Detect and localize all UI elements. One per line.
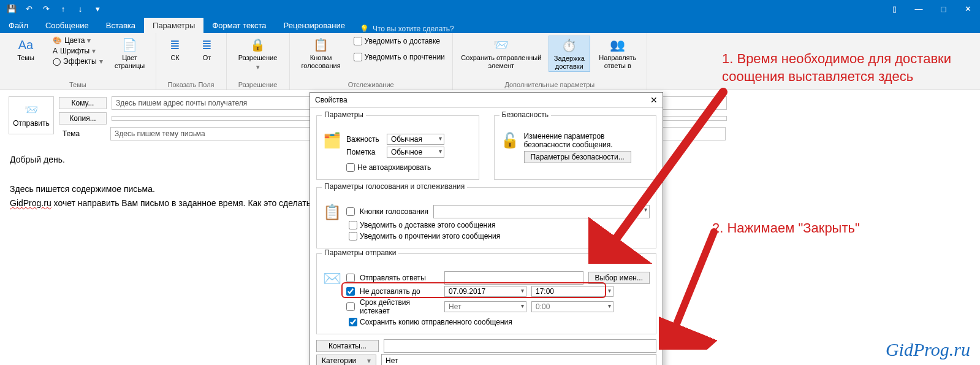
page-color-icon: 📄	[121, 37, 139, 53]
bcc-icon: ≣	[166, 37, 184, 53]
delivery-notify[interactable]: Уведомить о доставке этого сообщения	[346, 220, 650, 231]
legend-security: Безопасность	[499, 110, 552, 119]
minimize-icon[interactable]: —	[906, 0, 931, 17]
page-color-button[interactable]: 📄Цвет страницы	[109, 36, 151, 71]
delivery-receipt[interactable]: Уведомить о доставке	[351, 36, 447, 47]
fonts-icon: A	[53, 47, 58, 55]
defer-check[interactable]	[346, 287, 355, 296]
palette-icon: 🎨	[53, 36, 62, 45]
group-label-more: Дополнительные параметры	[458, 80, 642, 88]
group-label-tracking: Отслеживание	[295, 80, 447, 88]
delay-delivery-button[interactable]: ⏱️Задержка доставки	[549, 36, 590, 72]
expire-time-select[interactable]: 0:00	[531, 301, 613, 312]
defer-date-select[interactable]: 07.09.2017	[444, 286, 526, 297]
group-more-options: 📨Сохранить отправленный элемент ⏱️Задерж…	[453, 33, 647, 90]
save-copy[interactable]: Сохранить копию отправленного сообщения	[346, 317, 650, 328]
send-options-icon: ✉️	[323, 270, 341, 328]
defer-time-select[interactable]: 17:00	[531, 286, 613, 297]
contacts-button[interactable]: Контакты...	[316, 340, 379, 352]
legend-params: Параметры	[322, 110, 366, 119]
fieldset-send-options: Параметры отправки ✉️ Отправлять ответыВ…	[316, 253, 656, 334]
read-notify[interactable]: Уведомить о прочтении этого сообщения	[346, 231, 650, 242]
send-icon: 📨	[25, 103, 38, 117]
quick-access-toolbar: 💾 ↶ ↷ ↑ ↓ ▾	[0, 1, 105, 16]
titlebar: 💾 ↶ ↷ ↑ ↓ ▾ ▯ — ◻ ✕	[0, 0, 980, 17]
qat-disabled-up: ↑	[55, 1, 71, 16]
reply-to-input[interactable]	[444, 271, 583, 285]
themes-icon: Aa	[17, 37, 35, 53]
security-icon: 🔓	[501, 132, 519, 149]
reply-to-check[interactable]	[346, 274, 355, 282]
save-sent-button[interactable]: 📨Сохранить отправленный элемент	[458, 36, 545, 71]
from-button[interactable]: ≣От	[193, 36, 221, 63]
importance-label: Важность	[346, 135, 383, 144]
group-permission: 🔒Разрешение▾ Разрешение	[227, 33, 290, 90]
tab-file[interactable]: Файл	[0, 18, 37, 33]
qat-disabled-down: ↓	[72, 1, 88, 16]
window-controls: ▯ — ◻ ✕	[882, 0, 980, 17]
bulb-icon: 💡	[360, 25, 369, 33]
read-receipt[interactable]: Уведомить о прочтении	[351, 52, 447, 63]
from-icon: ≣	[198, 37, 216, 53]
group-label-showfields: Показать Поля	[161, 80, 221, 88]
sensitivity-select[interactable]: Обычное	[387, 147, 444, 158]
fieldset-params: Параметры 🗂️ ВажностьОбычная ПометкаОбыч…	[316, 115, 479, 180]
group-themes: AaТемы 🎨Цвета ▾ AШрифты ▾ ◯Эффекты ▾ 📄Цв…	[0, 33, 156, 90]
save-icon[interactable]: 💾	[4, 1, 20, 16]
annotation-1: 1. Время необходимое для доставки соощен…	[722, 50, 967, 85]
defer-row: Не доставлять до07.09.201717:00	[346, 286, 650, 297]
voting-input[interactable]	[433, 205, 650, 218]
no-autoarchive[interactable]: Не автоархивировать	[344, 162, 473, 173]
tab-format[interactable]: Формат текста	[203, 18, 275, 33]
theme-fonts[interactable]: AШрифты ▾	[50, 46, 105, 56]
send-button[interactable]: 📨 Отправить	[9, 96, 54, 134]
subject-label: Тема	[59, 128, 105, 139]
theme-effects[interactable]: ◯Эффекты ▾	[50, 56, 105, 66]
tell-me[interactable]: 💡Что вы хотите сделать?	[354, 25, 460, 33]
sensitivity-label: Пометка	[346, 148, 383, 156]
security-settings-button[interactable]: Параметры безопасности...	[524, 151, 631, 163]
security-text: Изменение параметров безопасности сообще…	[524, 132, 650, 149]
to-button[interactable]: Кому...	[59, 97, 107, 109]
themes-button[interactable]: AaТемы	[5, 36, 47, 63]
voting-check[interactable]	[346, 207, 355, 216]
ribbon-options-icon[interactable]: ▯	[882, 0, 906, 17]
maximize-icon[interactable]: ◻	[931, 0, 955, 17]
properties-dialog: Свойства ✕ Параметры 🗂️ ВажностьОбычная …	[310, 92, 663, 365]
importance-select[interactable]: Обычная	[387, 134, 444, 145]
tab-review[interactable]: Рецензирование	[275, 18, 354, 33]
annotation-2: 2. Нажимаем "Закрыть"	[712, 220, 860, 237]
voting-buttons[interactable]: 📋Кнопки голосования	[295, 36, 348, 71]
qat-customize-icon[interactable]: ▾	[89, 1, 105, 16]
theme-colors[interactable]: 🎨Цвета ▾	[50, 36, 105, 45]
direct-replies-button[interactable]: 👥Направлять ответы в	[594, 36, 642, 71]
voting-label: Кнопки голосования	[360, 207, 428, 216]
fieldset-voting: Параметры голосования и отслеживания 📋 К…	[316, 187, 656, 248]
categories-value: Нет	[381, 354, 656, 365]
tab-message[interactable]: Сообщение	[37, 18, 97, 33]
contacts-input[interactable]	[384, 339, 656, 353]
cc-button[interactable]: Копия...	[59, 112, 107, 125]
bcc-button[interactable]: ≣СК	[161, 36, 189, 63]
group-show-fields: ≣СК ≣От Показать Поля	[156, 33, 227, 90]
save-sent-icon: 📨	[492, 37, 511, 53]
lock-icon: 🔒	[249, 37, 267, 53]
fieldset-security: Безопасность 🔓 Изменение параметров безо…	[494, 115, 657, 180]
dialog-close-icon[interactable]: ✕	[650, 95, 658, 105]
categories-button[interactable]: Категории▾	[316, 355, 376, 365]
expire-date-select[interactable]: Нет	[444, 301, 526, 312]
dialog-title: Свойства	[315, 96, 348, 104]
expire-label: Срок действия истекает	[360, 298, 439, 315]
permission-button[interactable]: 🔒Разрешение▾	[232, 36, 284, 72]
close-window-icon[interactable]: ✕	[955, 0, 980, 17]
undo-icon[interactable]: ↶	[21, 1, 37, 16]
pick-names-button[interactable]: Выбор имен...	[588, 272, 650, 284]
group-label-permission: Разрешение	[232, 80, 284, 88]
voting-icon: 📋	[323, 204, 341, 242]
tab-options[interactable]: Параметры	[144, 18, 203, 33]
tab-insert[interactable]: Вставка	[97, 18, 144, 33]
expire-check[interactable]	[346, 302, 355, 311]
redo-icon[interactable]: ↷	[38, 1, 54, 16]
group-tracking: 📋Кнопки голосования Уведомить о доставке…	[290, 33, 453, 90]
watermark-logo: GidProg.ru	[886, 339, 970, 360]
